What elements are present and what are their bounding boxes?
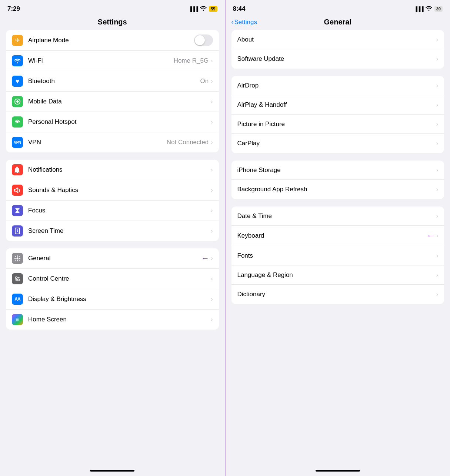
home-indicator-right (316, 470, 360, 472)
sounds-row[interactable]: Sounds & Haptics › (6, 180, 219, 201)
about-label: About (237, 36, 436, 43)
display-chevron: › (211, 296, 213, 303)
airdrop-chevron: › (436, 82, 438, 89)
mobile-data-row[interactable]: Mobile Data › (6, 92, 219, 112)
software-update-label: Software Update (237, 55, 436, 63)
wifi-value: Home R_5G (174, 57, 209, 65)
back-label: Settings (234, 19, 257, 26)
hotspot-row[interactable]: Personal Hotspot › (6, 112, 219, 132)
bg-refresh-label: Background App Refresh (237, 186, 436, 193)
status-bar-right: 8:44 ▐▐▐ 39 (226, 0, 450, 16)
about-chevron: › (436, 36, 438, 43)
display-row[interactable]: AA Display & Brightness › (6, 289, 219, 310)
fonts-chevron: › (436, 252, 438, 259)
screentime-label: Screen Time (28, 227, 211, 235)
general-page-title: General (324, 18, 351, 26)
general-content: About › Software Update › AirDrop › AirP… (226, 30, 450, 467)
fonts-row[interactable]: Fonts › (231, 246, 444, 265)
back-button[interactable]: ‹ Settings (231, 18, 257, 26)
general-row[interactable]: General ← › (6, 248, 219, 269)
control-centre-icon (12, 273, 23, 284)
keyboard-chevron: › (436, 232, 438, 239)
airplane-mode-row[interactable]: ✈ Airplane Mode (6, 30, 219, 51)
airdrop-label: AirDrop (237, 82, 436, 89)
sounds-icon (12, 185, 23, 196)
status-icons-right: ▐▐▐ 39 (414, 6, 443, 12)
screentime-row[interactable]: Screen Time › (6, 221, 219, 241)
hotspot-label: Personal Hotspot (28, 118, 211, 126)
general-chevron: › (211, 255, 213, 262)
sounds-chevron: › (211, 187, 213, 194)
time-left: 7:29 (7, 5, 20, 13)
airplane-icon: ✈ (12, 35, 23, 46)
vpn-row[interactable]: VPN VPN Not Connected › (6, 132, 219, 152)
datetime-row[interactable]: Date & Time › (231, 206, 444, 226)
iphone-storage-row[interactable]: iPhone Storage › (231, 161, 444, 180)
notifications-label: Notifications (28, 166, 211, 173)
wifi-icon (200, 6, 207, 12)
lang-region-row[interactable]: Language & Region › (231, 265, 444, 285)
airdrop-row[interactable]: AirDrop › (231, 76, 444, 95)
mobile-data-icon (12, 96, 23, 107)
status-bar-left: 7:29 ▐▐▐ 55 (0, 0, 225, 16)
left-panel: 7:29 ▐▐▐ 55 Settings ✈ Airplane Mode (0, 0, 225, 476)
display-icon: AA (12, 294, 23, 305)
signal-icon: ▐▐▐ (189, 6, 198, 12)
connectivity-group: AirDrop › AirPlay & Handoff › Picture in… (231, 76, 444, 153)
homescreen-label: Home Screen (28, 316, 211, 323)
control-centre-label: Control Centre (28, 275, 211, 282)
mobile-data-label: Mobile Data (28, 98, 211, 105)
fonts-label: Fonts (237, 252, 436, 260)
settings-content-left: ✈ Airplane Mode Wi-Fi Home R_5G › ♥ Blue… (0, 30, 225, 467)
general-label: General (28, 255, 200, 262)
time-right: 8:44 (233, 5, 246, 13)
homescreen-row[interactable]: ⊞ Home Screen › (6, 310, 219, 330)
dictionary-row[interactable]: Dictionary › (231, 285, 444, 304)
battery-badge-left: 55 (209, 6, 217, 12)
notifications-row[interactable]: Notifications › (6, 160, 219, 180)
bg-refresh-chevron: › (436, 186, 438, 193)
control-centre-row[interactable]: Control Centre › (6, 269, 219, 289)
keyboard-row[interactable]: Keyboard ← › (231, 226, 444, 246)
battery-badge-right: 39 (434, 6, 443, 12)
bluetooth-chevron: › (211, 78, 213, 85)
display-label: Display & Brightness (28, 295, 211, 303)
wifi-icon (12, 55, 23, 66)
airplay-label: AirPlay & Handoff (237, 101, 436, 109)
keyboard-label: Keyboard (237, 232, 425, 239)
bluetooth-icon: ♥ (12, 76, 23, 87)
wifi-label: Wi-Fi (28, 57, 174, 65)
carplay-row[interactable]: CarPlay › (231, 134, 444, 153)
notifications-chevron: › (211, 166, 213, 173)
carplay-label: CarPlay (237, 140, 436, 147)
about-row[interactable]: About › (231, 30, 444, 49)
focus-chevron: › (211, 207, 213, 214)
carplay-chevron: › (436, 140, 438, 147)
focus-row[interactable]: Focus › (6, 201, 219, 221)
homescreen-icon: ⊞ (12, 314, 23, 325)
wifi-chevron: › (211, 57, 213, 64)
right-panel: 8:44 ▐▐▐ 39 ‹ Settings General About › S… (226, 0, 450, 476)
bluetooth-value: On (200, 77, 209, 85)
svg-point-3 (16, 257, 18, 259)
general-icon (12, 253, 23, 264)
nav-header-right: ‹ Settings General (226, 16, 450, 30)
vpn-chevron: › (211, 139, 213, 146)
focus-label: Focus (28, 207, 211, 214)
hotspot-chevron: › (211, 119, 213, 125)
wifi-row[interactable]: Wi-Fi Home R_5G › (6, 51, 219, 71)
software-update-chevron: › (436, 56, 438, 62)
software-update-row[interactable]: Software Update › (231, 49, 444, 69)
bg-refresh-row[interactable]: Background App Refresh › (231, 180, 444, 199)
airplay-row[interactable]: AirPlay & Handoff › (231, 95, 444, 115)
pip-row[interactable]: Picture in Picture › (231, 115, 444, 134)
airplane-toggle[interactable] (194, 34, 213, 46)
network-group: ✈ Airplane Mode Wi-Fi Home R_5G › ♥ Blue… (6, 30, 219, 152)
dictionary-chevron: › (436, 291, 438, 298)
bluetooth-row[interactable]: ♥ Bluetooth On › (6, 71, 219, 92)
status-icons-left: ▐▐▐ 55 (189, 6, 217, 12)
svg-point-4 (16, 277, 17, 279)
mobile-data-chevron: › (211, 98, 213, 105)
lang-region-chevron: › (436, 272, 438, 278)
focus-icon (12, 205, 23, 216)
